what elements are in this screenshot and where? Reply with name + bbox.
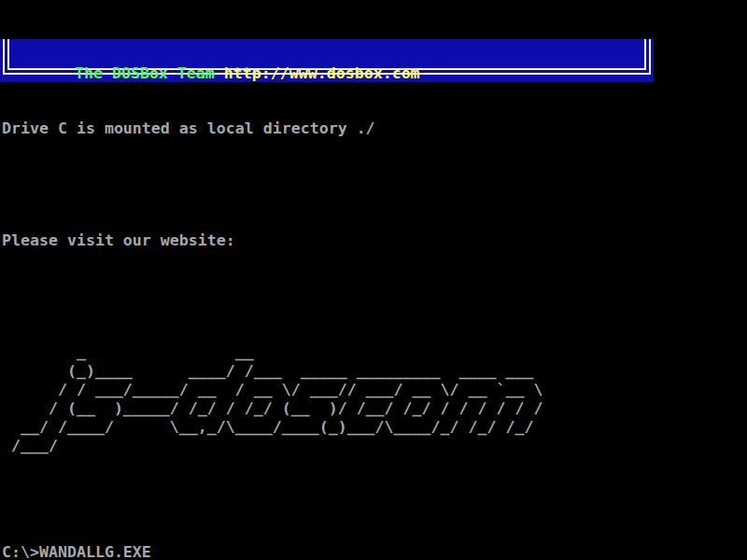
blank-line [2, 287, 627, 306]
spacer [2, 493, 627, 506]
jsdos-ascii-logo: _ __ (_)____ ____/ /___ _____ _________ … [2, 343, 627, 455]
dosbox-team-label: The DOSBox Team [75, 64, 215, 82]
website-invite-line: Please visit our website: [2, 231, 627, 250]
dosbox-screen[interactable]: The DOSBox Teamhttp://www.dosbox.com Dri… [0, 0, 747, 560]
command-line: C:\>WANDALLG.EXE [2, 543, 627, 560]
dosbox-url-text: http://www.dosbox.com [224, 64, 420, 82]
banner-title: The DOSBox Teamhttp://www.dosbox.com [19, 46, 420, 82]
terminal-output: Drive C is mounted as local directory ./… [2, 82, 627, 560]
dosbox-banner: The DOSBox Teamhttp://www.dosbox.com [0, 39, 654, 82]
mount-status-line: Drive C is mounted as local directory ./ [2, 119, 627, 138]
blank-line [2, 175, 627, 194]
